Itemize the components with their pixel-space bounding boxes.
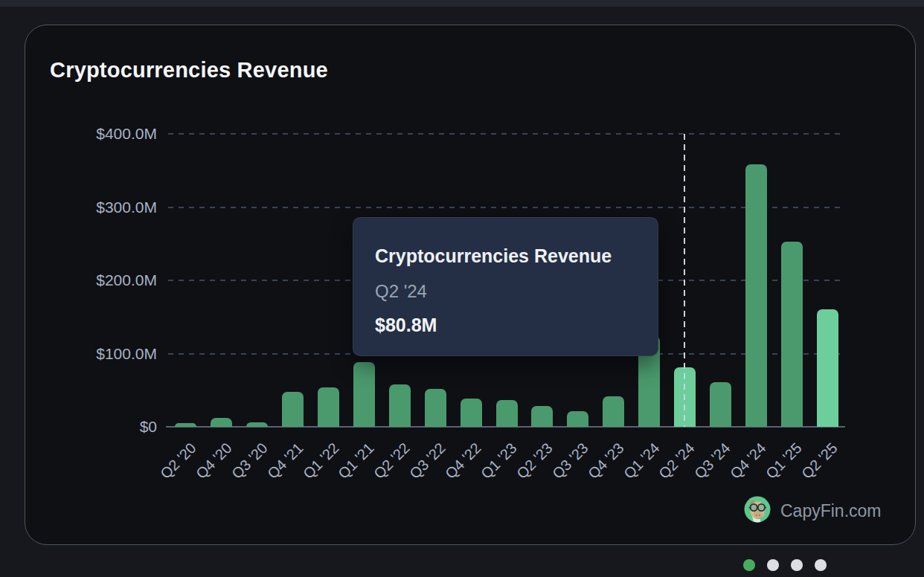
gridline bbox=[168, 207, 845, 208]
bar[interactable] bbox=[353, 362, 375, 427]
tooltip-period: Q2 '24 bbox=[375, 281, 636, 302]
y-tick-label: $200.0M bbox=[60, 272, 157, 288]
bar[interactable] bbox=[425, 389, 446, 427]
window-top-strip bbox=[0, 0, 924, 7]
bar[interactable] bbox=[282, 392, 304, 427]
y-tick-label: $100.0M bbox=[60, 346, 157, 362]
bar[interactable] bbox=[211, 418, 232, 427]
y-tick-label: $300.0M bbox=[60, 199, 157, 216]
bar[interactable] bbox=[781, 242, 803, 427]
bar[interactable] bbox=[389, 384, 411, 427]
y-tick-label: $400.0M bbox=[60, 126, 157, 142]
bar[interactable] bbox=[175, 423, 196, 427]
bar[interactable] bbox=[603, 396, 624, 427]
bar[interactable] bbox=[710, 382, 731, 427]
bar[interactable] bbox=[531, 406, 553, 427]
gridline bbox=[168, 133, 845, 135]
page: Cryptocurrencies Revenue bbox=[0, 0, 924, 577]
y-tick-label: $0 bbox=[60, 419, 157, 435]
pagination-dot[interactable] bbox=[743, 559, 755, 571]
pagination-dot[interactable] bbox=[791, 559, 803, 571]
bar[interactable] bbox=[461, 399, 482, 427]
bar[interactable] bbox=[318, 387, 339, 427]
chart-card: Cryptocurrencies Revenue bbox=[25, 25, 916, 545]
branding-text: CapyFin.com bbox=[780, 501, 881, 521]
chart-tooltip: Cryptocurrencies Revenue Q2 '24 $80.8M bbox=[353, 217, 658, 356]
bar[interactable] bbox=[745, 164, 767, 427]
bar[interactable] bbox=[496, 400, 518, 427]
bar[interactable] bbox=[246, 422, 268, 427]
hover-guide-line bbox=[684, 134, 685, 427]
tooltip-title: Cryptocurrencies Revenue bbox=[375, 245, 636, 267]
pagination-dot[interactable] bbox=[815, 559, 827, 571]
chart-title: Cryptocurrencies Revenue bbox=[50, 58, 328, 83]
bar[interactable] bbox=[567, 411, 588, 427]
pagination bbox=[743, 559, 827, 571]
bar[interactable] bbox=[817, 309, 838, 427]
pagination-dot[interactable] bbox=[767, 559, 779, 571]
tooltip-value: $80.8M bbox=[375, 315, 636, 336]
